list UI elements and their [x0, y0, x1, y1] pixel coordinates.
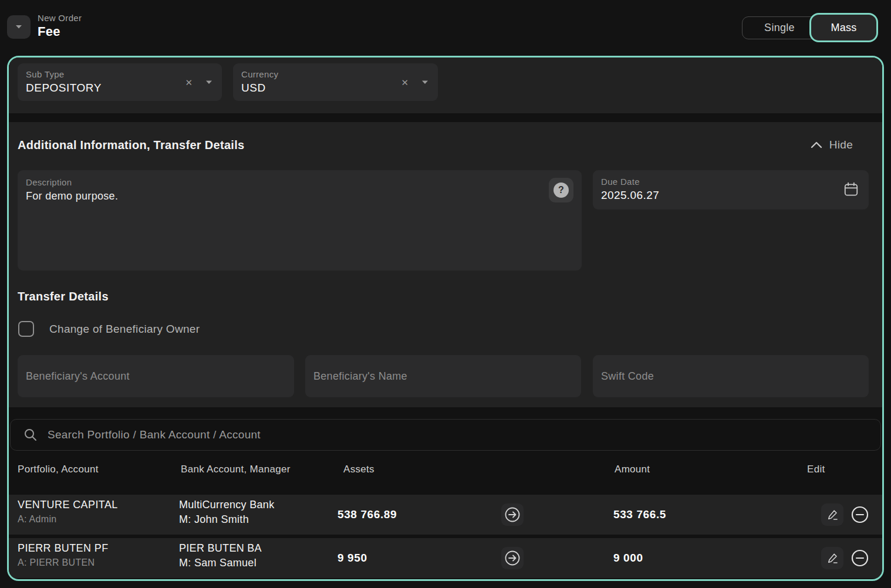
- description-help-button[interactable]: ?: [549, 178, 573, 202]
- question-mark-icon: ?: [554, 183, 569, 198]
- top-bar: New Order Fee Single Mass: [0, 0, 891, 56]
- currency-select[interactable]: Currency USD ✕: [233, 63, 438, 101]
- additional-info-heading: Additional Information, Transfer Details: [18, 138, 245, 152]
- manager-name: M: Sam Samuel: [179, 557, 262, 569]
- assign-amount-button[interactable]: [501, 547, 524, 569]
- pencil-icon: [826, 509, 839, 521]
- manager-name: M: John Smith: [179, 513, 274, 526]
- allocation-table-header: Portfolio, Account Bank Account, Manager…: [9, 451, 882, 489]
- bank-account-name: MultiCurrency Bank: [179, 499, 274, 511]
- chevron-down-icon[interactable]: [421, 80, 428, 85]
- col-assets: Assets: [343, 464, 374, 475]
- portfolio-name: PIERR BUTEN PF: [18, 542, 109, 555]
- pencil-icon: [826, 552, 839, 565]
- order-form-panel: Sub Type DEPOSITORY ✕ Currency USD ✕: [7, 56, 884, 581]
- due-date-field[interactable]: Due Date 2025.06.27: [593, 170, 869, 209]
- edit-row-button[interactable]: [821, 547, 843, 569]
- remove-row-button[interactable]: [849, 547, 871, 569]
- classification-strip: Sub Type DEPOSITORY ✕ Currency USD ✕: [9, 58, 882, 113]
- account-name: A: PIERR BUTEN: [18, 557, 109, 568]
- change-beneficiary-owner-checkbox[interactable]: [18, 321, 34, 337]
- bank-cell: MultiCurrency Bank M: John Smith: [179, 495, 274, 526]
- assign-amount-button[interactable]: [501, 503, 524, 526]
- chevron-up-icon: [811, 141, 822, 148]
- account-name: A: Admin: [18, 514, 118, 525]
- transfer-details-heading: Transfer Details: [18, 290, 109, 303]
- minus-circle-icon: [851, 505, 869, 524]
- bank-account-name: PIER BUTEN BA: [179, 542, 262, 555]
- clear-icon[interactable]: ✕: [401, 78, 409, 87]
- due-date-value: 2025.06.27: [601, 189, 860, 202]
- col-bank-account-manager: Bank Account, Manager: [181, 464, 291, 475]
- order-type-dropdown-button[interactable]: [7, 15, 31, 39]
- portfolio-name: VENTURE CAPITAL: [18, 499, 118, 511]
- minus-circle-icon: [851, 549, 869, 567]
- mode-toggle-mass[interactable]: Mass: [809, 13, 878, 42]
- hide-section-button[interactable]: Hide: [811, 138, 853, 151]
- due-date-label: Due Date: [601, 177, 860, 187]
- table-row: PIERR BUTEN PF A: PIERR BUTEN PIER BUTEN…: [9, 538, 882, 578]
- col-amount: Amount: [615, 464, 650, 475]
- description-textarea[interactable]: Description For demo purpose. ?: [18, 170, 582, 271]
- table-row: VENTURE CAPITAL A: Admin MultiCurrency B…: [9, 495, 882, 535]
- portfolio-search-input[interactable]: [38, 428, 880, 441]
- page-header: New Order Fee: [38, 13, 82, 39]
- hide-label: Hide: [829, 138, 853, 151]
- portfolio-cell: PIERR BUTEN PF A: PIERR BUTEN: [18, 542, 109, 568]
- edit-row-button[interactable]: [821, 503, 843, 526]
- amount-value: 533 766.5: [613, 495, 666, 535]
- assets-value: 9 950: [338, 538, 367, 578]
- change-beneficiary-owner-label: Change of Beneficiary Owner: [49, 323, 200, 336]
- arrow-right-circle-icon: [504, 506, 521, 523]
- description-label: Description: [26, 177, 573, 187]
- remove-row-button[interactable]: [849, 503, 871, 526]
- portfolio-cell: VENTURE CAPITAL A: Admin: [18, 499, 118, 525]
- portfolio-search-bar: [10, 419, 881, 451]
- clear-icon[interactable]: ✕: [185, 78, 193, 87]
- page-title: Fee: [38, 24, 82, 39]
- amount-value: 9 000: [613, 538, 643, 578]
- chevron-down-icon: [15, 25, 22, 29]
- col-edit: Edit: [807, 464, 825, 475]
- sub-type-select[interactable]: Sub Type DEPOSITORY ✕: [18, 63, 222, 101]
- mode-toggle-single[interactable]: Single: [742, 16, 817, 39]
- description-value: For demo purpose.: [26, 190, 573, 202]
- beneficiary-account-input[interactable]: [18, 355, 294, 397]
- new-order-screen: New Order Fee Single Mass Sub Type DEPOS…: [0, 0, 891, 588]
- beneficiary-owner-row: Change of Beneficiary Owner: [18, 321, 200, 337]
- assets-value: 538 766.89: [338, 495, 397, 535]
- beneficiary-name-input[interactable]: [305, 355, 581, 397]
- swift-code-input[interactable]: [593, 355, 869, 397]
- chevron-down-icon[interactable]: [205, 80, 212, 85]
- bank-cell: PIER BUTEN BA M: Sam Samuel: [179, 538, 262, 569]
- col-portfolio-account: Portfolio, Account: [18, 464, 99, 475]
- additional-info-section: Additional Information, Transfer Details…: [9, 122, 882, 407]
- header-eyebrow: New Order: [38, 13, 82, 23]
- search-icon: [23, 428, 38, 442]
- calendar-icon[interactable]: [843, 181, 859, 198]
- arrow-right-circle-icon: [504, 550, 521, 566]
